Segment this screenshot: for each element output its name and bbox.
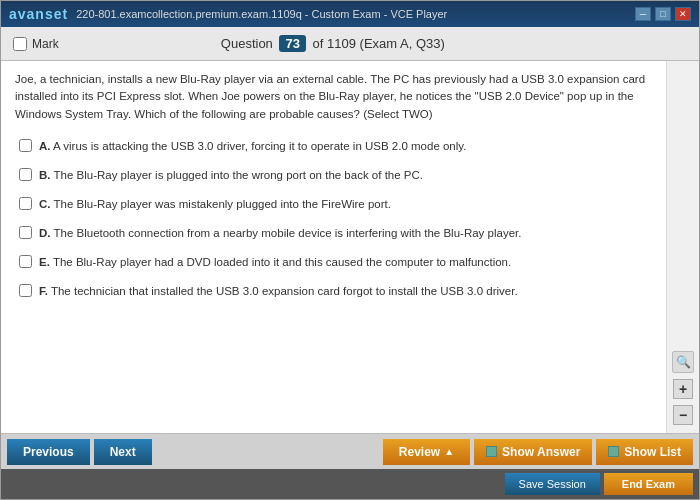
option-c-checkbox[interactable] <box>19 197 32 210</box>
search-icon[interactable]: 🔍 <box>672 351 694 373</box>
total-questions: 1109 <box>327 36 356 51</box>
bottom-nav-bar: Previous Next Review ▲ Show Answer Show … <box>1 433 699 469</box>
option-a: A. A virus is attacking the USB 3.0 driv… <box>15 135 652 157</box>
show-answer-icon <box>486 446 497 457</box>
content-area: Joe, a technician, installs a new Blu-Ra… <box>1 61 699 433</box>
option-c-label[interactable]: C. The Blu-Ray player was mistakenly plu… <box>39 196 391 212</box>
option-b: B. The Blu-Ray player is plugged into th… <box>15 164 652 186</box>
title-bar: avanset 220-801.examcollection.premium.e… <box>1 1 699 27</box>
option-d: D. The Bluetooth connection from a nearb… <box>15 222 652 244</box>
option-d-checkbox[interactable] <box>19 226 32 239</box>
option-f: F. The technician that installed the USB… <box>15 280 652 302</box>
minimize-button[interactable]: ─ <box>635 7 651 21</box>
end-exam-button[interactable]: End Exam <box>604 473 693 495</box>
show-answer-button[interactable]: Show Answer <box>474 439 592 465</box>
show-list-button[interactable]: Show List <box>596 439 693 465</box>
logo-highlight: avan <box>9 6 45 22</box>
window-controls: ─ □ ✕ <box>635 7 691 21</box>
option-f-label[interactable]: F. The technician that installed the USB… <box>39 283 518 299</box>
save-session-button[interactable]: Save Session <box>505 473 600 495</box>
review-button[interactable]: Review ▲ <box>383 439 470 465</box>
option-e-label[interactable]: E. The Blu-Ray player had a DVD loaded i… <box>39 254 511 270</box>
option-a-label[interactable]: A. A virus is attacking the USB 3.0 driv… <box>39 138 466 154</box>
question-content: Joe, a technician, installs a new Blu-Ra… <box>1 61 667 433</box>
maximize-button[interactable]: □ <box>655 7 671 21</box>
mark-checkbox[interactable] <box>13 37 27 51</box>
question-label: Question <box>221 36 273 51</box>
main-window: avanset 220-801.examcollection.premium.e… <box>0 0 700 500</box>
window-title: 220-801.examcollection.premium.exam.1109… <box>76 8 447 20</box>
right-sidebar: 🔍 + − <box>667 61 699 433</box>
option-a-checkbox[interactable] <box>19 139 32 152</box>
mark-label: Mark <box>32 37 59 51</box>
question-header: Mark Question 73 of 1109 (Exam A, Q33) <box>1 27 699 61</box>
title-bar-left: avanset 220-801.examcollection.premium.e… <box>9 6 447 22</box>
action-bar: Save Session End Exam <box>1 469 699 499</box>
question-text: Joe, a technician, installs a new Blu-Ra… <box>15 71 652 123</box>
option-e-checkbox[interactable] <box>19 255 32 268</box>
option-e: E. The Blu-Ray player had a DVD loaded i… <box>15 251 652 273</box>
exam-info: (Exam A, Q33) <box>360 36 445 51</box>
question-number: 73 <box>279 35 305 52</box>
option-f-checkbox[interactable] <box>19 284 32 297</box>
show-list-icon <box>608 446 619 457</box>
previous-button[interactable]: Previous <box>7 439 90 465</box>
zoom-in-button[interactable]: + <box>673 379 693 399</box>
option-d-label[interactable]: D. The Bluetooth connection from a nearb… <box>39 225 521 241</box>
review-arrow-icon: ▲ <box>444 446 454 457</box>
question-info: Question 73 of 1109 (Exam A, Q33) <box>221 36 445 51</box>
zoom-out-button[interactable]: − <box>673 405 693 425</box>
close-button[interactable]: ✕ <box>675 7 691 21</box>
next-button[interactable]: Next <box>94 439 152 465</box>
app-logo: avanset <box>9 6 68 22</box>
option-b-checkbox[interactable] <box>19 168 32 181</box>
option-b-label[interactable]: B. The Blu-Ray player is plugged into th… <box>39 167 423 183</box>
mark-section: Mark <box>13 37 59 51</box>
option-c: C. The Blu-Ray player was mistakenly plu… <box>15 193 652 215</box>
question-of: of <box>313 36 327 51</box>
